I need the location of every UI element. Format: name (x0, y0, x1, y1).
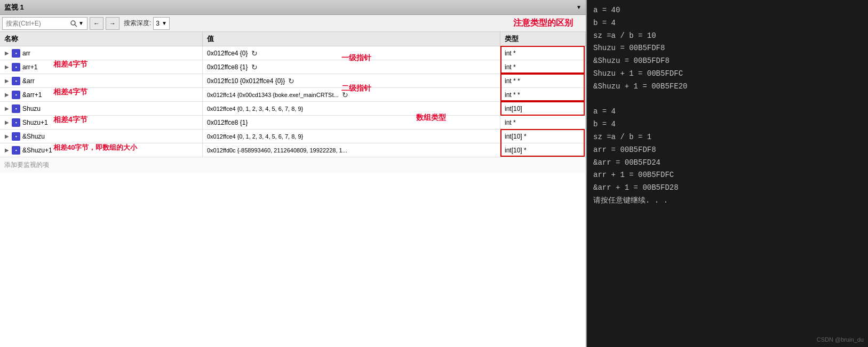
value-cell-sshuzu1: 0x012ffd0c {-858993460, 2112640809, 1992… (203, 143, 500, 157)
value-arr: 0x012ffce4 {0} (207, 50, 248, 57)
var-name-sshuzu1: &Shuzu+1 (22, 147, 52, 154)
console-line: &Shuzu + 1 = 00B5FE20 (593, 80, 862, 93)
console-line: a = 4 (593, 106, 862, 118)
console-output: a = 40b = 4sz =a / b = 10Shuzu = 00B5FDF… (593, 4, 862, 207)
depth-value: 3 (156, 20, 160, 27)
value-cell-arr1: 0x012ffce8 {1} ↻ (203, 60, 500, 74)
value-shuzu1: 0x012ffce8 {1} (207, 119, 248, 126)
console-line: arr + 1 = 00B5FDFC (593, 169, 862, 182)
add-watch-label: 添加要监视的项 (4, 161, 49, 168)
var-name-sarr: &arr (22, 77, 35, 85)
table-row[interactable]: ▶ ▪ Shuzu 0x012ffce4 {0, 1, 2, 3, 4, 5, … (0, 102, 586, 116)
refresh-icon-arr1[interactable]: ↻ (251, 63, 258, 71)
var-icon-sarr: ▪ (12, 77, 20, 85)
watch-title-bar: 监视 1 ▼ (0, 0, 586, 15)
name-cell-arr: ▶ ▪ arr (0, 46, 203, 60)
table-header: 名称 值 类型 (0, 32, 586, 46)
table-row[interactable]: ▶ ▪ &arr 0x012ffc10 {0x012ffce4 {0}} ↻ i… (0, 74, 586, 88)
type-arr1: int * (505, 63, 516, 71)
console-line: sz =a / b = 10 (593, 30, 862, 43)
table-row[interactable]: ▶ ▪ &arr+1 0x012ffc14 {0x00cd1343 {boke.… (0, 88, 586, 102)
watch-title: 监视 1 (4, 3, 24, 12)
value-sarr: 0x012ffc10 {0x012ffce4 {0}} (207, 77, 285, 85)
console-line: &Shuzu = 00B5FDF8 (593, 55, 862, 68)
expand-icon-sshuzu[interactable]: ▶ (4, 134, 10, 139)
watch-table-wrapper: 相差4字节 相差4字节 相差4字节 相差40字节，即数组的大小 一级指针 二级指… (0, 32, 586, 347)
var-icon-sshuzu1: ▪ (12, 146, 20, 155)
console-line: b = 4 (593, 17, 862, 30)
refresh-icon-arr[interactable]: ↻ (251, 49, 258, 58)
expand-icon-sshuzu1[interactable]: ▶ (4, 148, 10, 153)
type-sarr: int * * (505, 77, 520, 85)
type-sshuzu1: int[10] * (505, 147, 527, 154)
type-arr: int * (505, 50, 516, 57)
type-cell-arr: int * (500, 46, 586, 60)
name-cell-sshuzu1: ▶ ▪ &Shuzu+1 (0, 143, 203, 157)
title-dropdown-icon[interactable]: ▼ (576, 4, 582, 10)
var-icon-sshuzu: ▪ (12, 132, 20, 141)
refresh-icon-sarr[interactable]: ↻ (288, 77, 294, 85)
type-sshuzu: int[10] * (505, 133, 527, 140)
value-sarr1: 0x012ffc14 {0x00cd1343 {boke.exe!_mainCR… (207, 92, 339, 98)
var-icon-sarr1: ▪ (12, 91, 20, 99)
watch-table: 名称 值 类型 ▶ ▪ arr 0x012ffce4 {0} ↻ int * (0, 32, 586, 347)
console-line (593, 93, 862, 106)
header-name: 名称 (0, 32, 203, 46)
console-line: sz =a / b = 1 (593, 131, 862, 144)
type-shuzu1: int * (505, 119, 516, 126)
value-cell-sarr1: 0x012ffc14 {0x00cd1343 {boke.exe!_mainCR… (203, 88, 500, 101)
name-cell-sarr1: ▶ ▪ &arr+1 (0, 88, 203, 101)
value-cell-arr: 0x012ffce4 {0} ↻ (203, 46, 500, 60)
watermark: CSDN @bruin_du (817, 336, 864, 343)
console-line: &arr = 00B5FD24 (593, 157, 862, 170)
refresh-icon-sarr1[interactable]: ↻ (342, 91, 348, 99)
var-name-arr1: arr+1 (22, 63, 37, 71)
var-name-arr: arr (22, 50, 30, 57)
var-icon-shuzu1: ▪ (12, 118, 20, 127)
expand-icon-shuzu[interactable]: ▶ (4, 106, 10, 111)
console-line: b = 4 (593, 118, 862, 131)
table-row[interactable]: ▶ ▪ &Shuzu+1 0x012ffd0c {-858993460, 211… (0, 143, 586, 157)
console-line: 请按任意键继续. . . (593, 195, 862, 207)
type-note-annotation: 注意类型的区别 (513, 18, 573, 29)
expand-icon-sarr1[interactable]: ▶ (4, 92, 10, 98)
var-name-sshuzu: &Shuzu (22, 133, 45, 140)
depth-select[interactable]: 3 ▼ (153, 17, 170, 30)
console-line: arr = 00B5FDF8 (593, 144, 862, 157)
search-icon-btn[interactable]: ▼ (70, 20, 84, 27)
table-row[interactable]: ▶ ▪ arr 0x012ffce4 {0} ↻ int * (0, 46, 586, 60)
var-icon-shuzu: ▪ (12, 104, 20, 113)
table-row[interactable]: ▶ ▪ arr+1 0x012ffce8 {1} ↻ int * (0, 60, 586, 74)
name-cell-arr1: ▶ ▪ arr+1 (0, 60, 203, 74)
name-cell-shuzu1: ▶ ▪ Shuzu+1 (0, 116, 203, 129)
name-cell-sshuzu: ▶ ▪ &Shuzu (0, 130, 203, 143)
var-name-shuzu1: Shuzu+1 (22, 119, 48, 126)
forward-button[interactable]: → (106, 17, 120, 30)
table-row[interactable]: ▶ ▪ &Shuzu 0x012ffce4 {0, 1, 2, 3, 4, 5,… (0, 130, 586, 143)
value-cell-shuzu1: 0x012ffce8 {1} (203, 116, 500, 129)
search-dropdown-icon[interactable]: ▼ (78, 20, 84, 26)
back-button[interactable]: ← (90, 17, 103, 30)
value-shuzu: 0x012ffce4 {0, 1, 2, 3, 4, 5, 6, 7, 8, 9… (207, 106, 303, 112)
search-input[interactable] (6, 20, 70, 27)
value-sshuzu1: 0x012ffd0c {-858993460, 2112640809, 1992… (207, 147, 347, 154)
depth-label: 搜索深度: (124, 19, 151, 28)
table-row[interactable]: ▶ ▪ Shuzu+1 0x012ffce8 {1} int * (0, 116, 586, 130)
expand-icon-arr[interactable]: ▶ (4, 51, 10, 56)
expand-icon-sarr[interactable]: ▶ (4, 78, 10, 84)
svg-line-1 (75, 25, 77, 27)
console-line: Shuzu = 00B5FDF8 (593, 42, 862, 55)
search-box[interactable]: ▼ (2, 17, 87, 30)
type-sarr1: int * * (505, 91, 520, 99)
var-name-shuzu: Shuzu (22, 105, 41, 112)
type-cell-shuzu1: int * (500, 116, 586, 129)
type-cell-sarr: int * * (500, 74, 586, 87)
var-icon-arr1: ▪ (12, 63, 20, 71)
type-cell-arr1: int * (500, 60, 586, 74)
var-name-sarr1: &arr+1 (22, 91, 42, 99)
expand-icon-arr1[interactable]: ▶ (4, 64, 10, 70)
expand-icon-shuzu1[interactable]: ▶ (4, 120, 10, 125)
header-type: 类型 (500, 32, 586, 46)
name-cell-shuzu: ▶ ▪ Shuzu (0, 102, 203, 115)
add-watch-row[interactable]: 添加要监视的项 (0, 157, 586, 173)
